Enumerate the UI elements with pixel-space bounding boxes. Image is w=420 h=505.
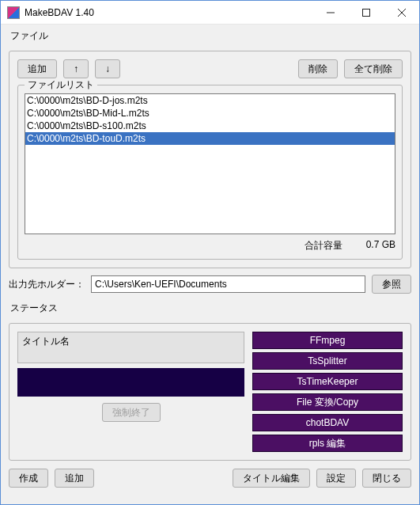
stage-item: TsSplitter (252, 352, 403, 370)
titlebar[interactable]: MakeBDAV 1.40 (1, 1, 419, 25)
status-panel: タイトル名 強制終了 FFmpegTsSplitterTsTimeKeeperF… (9, 323, 411, 461)
move-up-button[interactable]: ↑ (63, 59, 89, 78)
stage-item: FFmpeg (252, 332, 403, 349)
move-down-button[interactable]: ↓ (95, 59, 120, 78)
title-name-box: タイトル名 (17, 332, 244, 363)
progress-box (17, 368, 244, 397)
file-item[interactable]: C:\0000\m2ts\BD-D-jos.m2ts (25, 94, 395, 107)
output-folder-input[interactable] (91, 275, 365, 293)
output-folder-label: 出力先ホルダー： (9, 278, 85, 291)
file-item[interactable]: C:\0000\m2ts\BD-Mid-L.m2ts (25, 107, 395, 120)
file-item[interactable]: C:\0000\m2ts\BD-touD.m2ts (25, 132, 395, 145)
window-title: MakeBDAV 1.40 (25, 7, 94, 18)
add-file-button[interactable]: 追加 (17, 59, 57, 78)
maximize-button[interactable] (348, 1, 384, 24)
app-icon (7, 6, 20, 19)
client-area: ファイル 追加 ↑ ↓ 削除 全て削除 ファイルリスト C:\0000\m2ts… (1, 25, 419, 504)
maximize-icon (362, 9, 370, 17)
title-name-label: タイトル名 (22, 335, 70, 348)
output-folder-row: 出力先ホルダー： 参照 (9, 275, 411, 294)
file-item[interactable]: C:\0000\m2ts\BD-s100.m2ts (25, 120, 395, 132)
total-size-value: 0.7 GB (366, 239, 395, 252)
add-button[interactable]: 追加 (55, 469, 94, 488)
file-panel: 追加 ↑ ↓ 削除 全て削除 ファイルリスト C:\0000\m2ts\BD-D… (9, 51, 411, 268)
close-button[interactable] (384, 1, 419, 24)
stage-item: rpls 編集 (252, 435, 403, 452)
file-section-label: ファイル (9, 28, 411, 44)
file-button-row: 追加 ↑ ↓ 削除 全て削除 (17, 59, 403, 78)
title-edit-button[interactable]: タイトル編集 (233, 469, 310, 488)
status-left: タイトル名 強制終了 (17, 332, 244, 452)
svg-rect-1 (362, 9, 369, 16)
status-label: ステータス (9, 300, 411, 317)
status-stages: FFmpegTsSplitterTsTimeKeeperFile 変換/Copy… (252, 332, 403, 452)
stage-item: File 変換/Copy (252, 393, 403, 411)
file-list-label: ファイルリスト (25, 78, 97, 92)
stage-item: chotBDAV (252, 414, 403, 431)
create-button[interactable]: 作成 (9, 469, 48, 488)
close-app-button[interactable]: 閉じる (362, 469, 411, 488)
stage-item: TsTimeKeeper (252, 373, 403, 390)
minimize-icon (327, 9, 335, 17)
bottom-button-row: 作成 追加 タイトル編集 設定 閉じる (9, 467, 411, 488)
delete-all-button[interactable]: 全て削除 (344, 59, 403, 78)
delete-button[interactable]: 削除 (298, 59, 338, 78)
force-stop-button[interactable]: 強制終了 (102, 403, 161, 422)
minimize-button[interactable] (312, 1, 348, 24)
total-size-row: 合計容量 0.7 GB (25, 234, 395, 252)
file-list-group: ファイルリスト C:\0000\m2ts\BD-D-jos.m2tsC:\000… (17, 85, 403, 260)
app-window: MakeBDAV 1.40 ファイル 追加 ↑ ↓ 削除 全て削除 (0, 0, 420, 505)
close-icon (398, 9, 406, 17)
browse-button[interactable]: 参照 (372, 275, 411, 294)
file-list[interactable]: C:\0000\m2ts\BD-D-jos.m2tsC:\0000\m2ts\B… (25, 93, 395, 234)
total-size-label: 合計容量 (305, 239, 342, 252)
settings-button[interactable]: 設定 (316, 469, 356, 488)
